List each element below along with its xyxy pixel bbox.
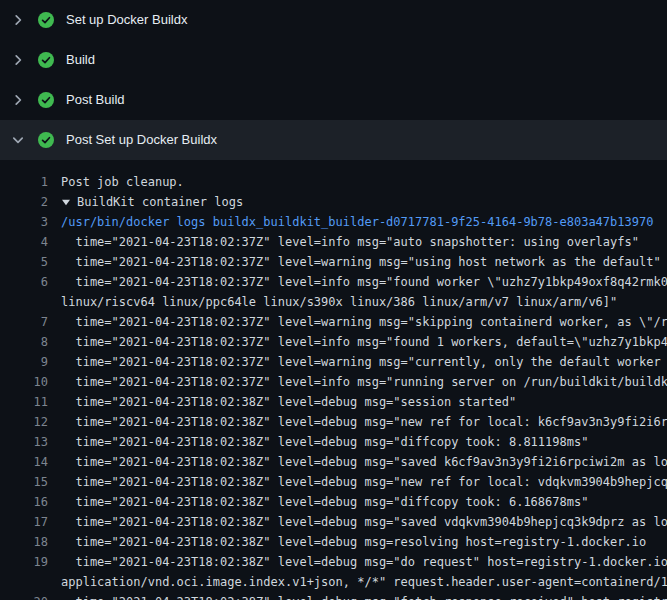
log-line-text: time="2021-04-23T18:02:37Z" level=info m…: [61, 272, 667, 292]
log-line: 16 time="2021-04-23T18:02:38Z" level=deb…: [0, 492, 667, 512]
log-line-text: time="2021-04-23T18:02:37Z" level=info m…: [61, 332, 667, 352]
log-line-text: time="2021-04-23T18:02:38Z" level=debug …: [61, 592, 667, 600]
step-section-header[interactable]: Post Build: [0, 80, 667, 120]
log-line-number[interactable]: 15: [0, 472, 48, 492]
log-line: 13 time="2021-04-23T18:02:38Z" level=deb…: [0, 432, 667, 452]
log-line: 20 time="2021-04-23T18:02:38Z" level=deb…: [0, 592, 667, 600]
log-line: linux/riscv64 linux/ppc64le linux/s390x …: [0, 292, 667, 312]
log-line-text: time="2021-04-23T18:02:37Z" level=warnin…: [61, 252, 667, 272]
step-section-header[interactable]: Set up Docker Buildx: [0, 0, 667, 40]
log-line: 2 BuildKit container logs: [0, 192, 667, 212]
log-line: 19 time="2021-04-23T18:02:38Z" level=deb…: [0, 552, 667, 572]
log-line-text: time="2021-04-23T18:02:37Z" level=warnin…: [61, 312, 667, 332]
step-name: Post Build: [66, 92, 125, 108]
step-section-header[interactable]: Build: [0, 40, 667, 80]
log-line-number[interactable]: 18: [0, 532, 48, 552]
log-line: 18 time="2021-04-23T18:02:38Z" level=deb…: [0, 532, 667, 552]
log-line-number[interactable]: 4: [0, 232, 48, 252]
check-circle-icon: [38, 52, 54, 68]
log-line-number[interactable]: 5: [0, 252, 48, 272]
check-circle-icon: [38, 92, 54, 108]
step-name: Post Set up Docker Buildx: [66, 132, 217, 148]
step-name: Set up Docker Buildx: [66, 12, 187, 28]
log-line-text: Post job cleanup.: [61, 172, 667, 192]
log-line: 10 time="2021-04-23T18:02:37Z" level=inf…: [0, 372, 667, 392]
log-line-number[interactable]: 19: [0, 552, 48, 572]
log-line-number[interactable]: 2: [0, 192, 48, 212]
check-circle-icon: [38, 132, 54, 148]
log-line-text: time="2021-04-23T18:02:38Z" level=debug …: [61, 552, 667, 572]
log-line: 6 time="2021-04-23T18:02:37Z" level=info…: [0, 272, 667, 292]
log-line: 15 time="2021-04-23T18:02:38Z" level=deb…: [0, 472, 667, 492]
log-line-number[interactable]: 12: [0, 412, 48, 432]
log-line: 12 time="2021-04-23T18:02:38Z" level=deb…: [0, 412, 667, 432]
log-line: 8 time="2021-04-23T18:02:37Z" level=info…: [0, 332, 667, 352]
log-line-number[interactable]: 1: [0, 172, 48, 192]
log-line-number[interactable]: 17: [0, 512, 48, 532]
step-name: Build: [66, 52, 95, 68]
log-line-text: time="2021-04-23T18:02:38Z" level=debug …: [61, 392, 667, 412]
log-output: 1 Post job cleanup. 2 BuildKit container…: [0, 160, 667, 600]
log-line-text: time="2021-04-23T18:02:37Z" level=info m…: [61, 372, 667, 392]
step-section-header[interactable]: Post Set up Docker Buildx: [0, 120, 667, 160]
check-circle-icon: [38, 12, 54, 28]
log-line-number[interactable]: 16: [0, 492, 48, 512]
chevron-right-icon: [10, 12, 26, 28]
log-line-number[interactable]: 14: [0, 452, 48, 472]
log-line-number[interactable]: 11: [0, 392, 48, 412]
log-line: 9 time="2021-04-23T18:02:37Z" level=warn…: [0, 352, 667, 372]
log-line-number[interactable]: 7: [0, 312, 48, 332]
log-line: 1 Post job cleanup.: [0, 172, 667, 192]
log-line-text: time="2021-04-23T18:02:38Z" level=debug …: [61, 472, 667, 492]
log-line: 4 time="2021-04-23T18:02:37Z" level=info…: [0, 232, 667, 252]
log-line: 14 time="2021-04-23T18:02:38Z" level=deb…: [0, 452, 667, 472]
log-line: 5 time="2021-04-23T18:02:37Z" level=warn…: [0, 252, 667, 272]
log-line-text: time="2021-04-23T18:02:38Z" level=debug …: [61, 452, 667, 472]
log-line-number[interactable]: 13: [0, 432, 48, 452]
chevron-right-icon: [10, 52, 26, 68]
log-line-number[interactable]: 9: [0, 352, 48, 372]
log-line: 7 time="2021-04-23T18:02:37Z" level=warn…: [0, 312, 667, 332]
log-line-text: application/vnd.oci.image.index.v1+json,…: [61, 572, 667, 592]
log-line-number[interactable]: 3: [0, 212, 48, 232]
log-line-text: /usr/bin/docker logs buildx_buildkit_bui…: [61, 212, 667, 232]
log-line-text: time="2021-04-23T18:02:37Z" level=warnin…: [61, 352, 667, 372]
chevron-right-icon: [10, 92, 26, 108]
log-line-text: linux/riscv64 linux/ppc64le linux/s390x …: [61, 292, 667, 312]
github-actions-log-viewer: Set up Docker Buildx Build Post Buil: [0, 0, 667, 600]
log-line-number[interactable]: 6: [0, 272, 48, 292]
log-line-number[interactable]: 8: [0, 332, 48, 352]
chevron-down-icon: [10, 132, 26, 148]
triangle-down-icon[interactable]: [61, 197, 71, 207]
log-line-text: time="2021-04-23T18:02:38Z" level=debug …: [61, 512, 667, 532]
log-line-number[interactable]: 20: [0, 592, 48, 600]
log-line-text: time="2021-04-23T18:02:38Z" level=debug …: [61, 412, 667, 432]
log-line-number[interactable]: 10: [0, 372, 48, 392]
log-line: 3 /usr/bin/docker logs buildx_buildkit_b…: [0, 212, 667, 232]
log-line-text: time="2021-04-23T18:02:38Z" level=debug …: [61, 532, 667, 552]
log-line-text: time="2021-04-23T18:02:37Z" level=info m…: [61, 232, 667, 252]
log-line: 11 time="2021-04-23T18:02:38Z" level=deb…: [0, 392, 667, 412]
log-line: 17 time="2021-04-23T18:02:38Z" level=deb…: [0, 512, 667, 532]
log-line: application/vnd.oci.image.index.v1+json,…: [0, 572, 667, 592]
log-line-text[interactable]: BuildKit container logs: [77, 192, 667, 212]
log-line-text: time="2021-04-23T18:02:38Z" level=debug …: [61, 492, 667, 512]
log-line-text: time="2021-04-23T18:02:38Z" level=debug …: [61, 432, 667, 452]
step-sections: Set up Docker Buildx Build Post Buil: [0, 0, 667, 160]
